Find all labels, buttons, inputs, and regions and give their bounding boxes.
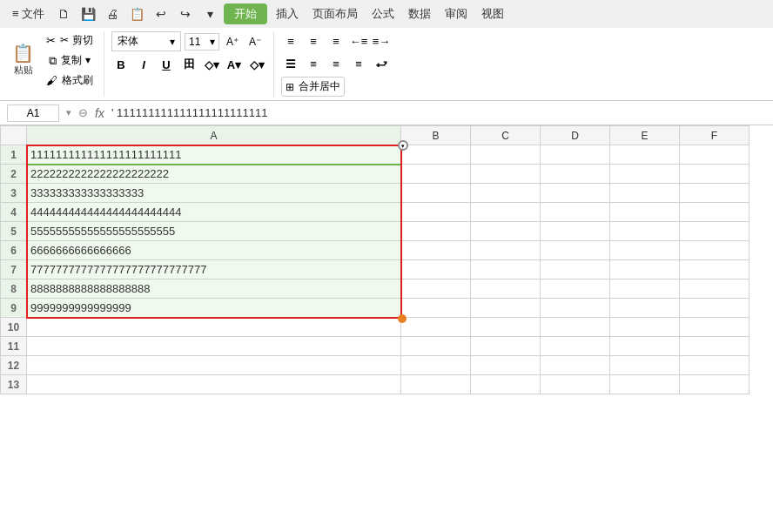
cell-b5[interactable] [401,222,471,241]
copy-button[interactable]: ⧉ 复制 ▾ [43,51,97,70]
row-header-1[interactable]: 1 [1,145,27,165]
row-header-9[interactable]: 9 [1,299,27,318]
font-name-selector[interactable]: 宋体 ▾ [111,31,181,51]
col-header-a[interactable]: A [27,126,401,145]
cell-c4[interactable] [471,203,541,222]
toolbar-save[interactable]: 💾 [77,3,98,24]
cell-f7[interactable] [680,260,749,279]
menu-formula[interactable]: 公式 [366,4,400,24]
col-header-f[interactable]: F [680,126,749,145]
cell-a4[interactable]: 444444444444444444444444 [27,203,401,222]
cell-a12[interactable] [27,356,401,375]
cell-d5[interactable] [541,222,610,241]
cell-e7[interactable] [610,260,680,279]
cell-f2[interactable] [680,165,749,184]
col-header-e[interactable]: E [610,126,680,145]
start-tab-btn[interactable]: 开始 [224,3,267,24]
italic-button[interactable]: I [134,55,153,74]
increase-font-button[interactable]: A⁺ [223,32,242,51]
cell-d7[interactable] [541,260,610,279]
toolbar-more[interactable]: ▾ [199,3,220,24]
formula-input[interactable] [111,106,766,119]
col-header-d[interactable]: D [541,126,610,145]
menu-layout[interactable]: 页面布局 [307,4,363,24]
toolbar-redo[interactable]: ↪ [175,3,196,24]
cell-a6[interactable]: 6666666666666666 [27,241,401,260]
cell-a9[interactable]: 9999999999999999 [27,299,401,318]
cell-b11[interactable] [401,337,471,356]
row-header-13[interactable]: 13 [1,375,27,394]
cell-b2[interactable] [401,165,471,184]
cell-b4[interactable] [401,203,471,222]
indent-increase[interactable]: ≡→ [372,31,391,51]
cell-f13[interactable] [680,375,749,394]
col-header-c[interactable]: C [471,126,541,145]
menu-review[interactable]: 审阅 [440,4,473,24]
cell-f10[interactable] [680,318,749,337]
row-header-3[interactable]: 3 [1,184,27,203]
cell-c6[interactable] [471,241,541,260]
formula-bar-arrow[interactable]: ▾ [66,107,71,118]
bold-button[interactable]: B [111,55,131,74]
cell-c13[interactable] [471,375,541,394]
indent-decrease[interactable]: ←≡ [349,31,368,51]
row-header-8[interactable]: 8 [1,279,27,299]
cell-b3[interactable] [401,184,471,203]
cell-d3[interactable] [541,184,610,203]
cell-b1[interactable] [401,145,471,165]
cell-f4[interactable] [680,203,749,222]
cell-a2[interactable]: 2222222222222222222222 [27,165,401,184]
cell-b9[interactable] [401,299,471,318]
toolbar-print[interactable]: 🖨 [102,3,123,24]
cell-f6[interactable] [680,241,749,260]
cell-f9[interactable] [680,299,749,318]
menu-view[interactable]: 视图 [476,4,509,24]
cell-e8[interactable] [610,279,680,299]
cell-c1[interactable] [471,145,541,165]
cut-button[interactable]: ✂ ✂ 剪切 [43,31,97,50]
row-header-7[interactable]: 7 [1,260,27,279]
cell-a7[interactable]: 7777777777777777777777777777 [27,260,401,279]
cell-d2[interactable] [541,165,610,184]
cell-b7[interactable] [401,260,471,279]
text-wrap[interactable]: ⮐ [372,54,391,73]
col-header-b[interactable]: B [401,126,471,145]
cell-c11[interactable] [471,337,541,356]
align-center[interactable]: ≡ [304,54,323,73]
align-left[interactable]: ☰ [281,54,300,73]
paste-button[interactable]: 📋 粘贴 [7,41,39,80]
cell-b8[interactable] [401,279,471,299]
toolbar-preview[interactable]: 📋 [126,3,147,24]
cell-d1[interactable] [541,145,610,165]
toolbar-undo[interactable]: ↩ [151,3,171,24]
decrease-font-button[interactable]: A⁻ [245,32,265,51]
cell-e2[interactable] [610,165,680,184]
underline-button[interactable]: U [157,55,176,74]
cell-c8[interactable] [471,279,541,299]
cell-b12[interactable] [401,356,471,375]
font-color-button[interactable]: A▾ [225,55,244,74]
merge-center-button[interactable]: ⊞ 合并居中 [281,77,345,97]
cell-c3[interactable] [471,184,541,203]
cell-a11[interactable] [27,337,401,356]
cell-c5[interactable] [471,222,541,241]
cell-e13[interactable] [610,375,680,394]
align-top-left[interactable]: ≡ [281,31,300,51]
cell-e12[interactable] [610,356,680,375]
align-top-right[interactable]: ≡ [326,31,346,51]
row-header-11[interactable]: 11 [1,337,27,356]
cell-c9[interactable] [471,299,541,318]
menu-insert[interactable]: 插入 [271,4,304,24]
cell-a13[interactable] [27,375,401,394]
cell-f5[interactable] [680,222,749,241]
cell-e4[interactable] [610,203,680,222]
cell-b6[interactable] [401,241,471,260]
cell-d9[interactable] [541,299,610,318]
border-button[interactable]: 田 [179,55,198,74]
cell-f8[interactable] [680,279,749,299]
row-header-10[interactable]: 10 [1,318,27,337]
cell-ref-input[interactable] [7,104,59,122]
cell-b10[interactable] [401,318,471,337]
row-header-6[interactable]: 6 [1,241,27,260]
toolbar-new[interactable]: 🗋 [53,3,74,24]
